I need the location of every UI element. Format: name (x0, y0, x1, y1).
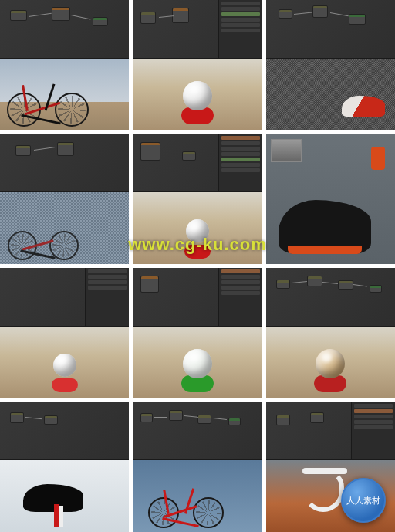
node-editor (266, 402, 395, 461)
viewport-bike-desert (0, 59, 129, 130)
node-editor (133, 0, 262, 59)
badge-label: 人人素材 (346, 496, 380, 505)
viewport-shaderball (133, 192, 262, 264)
shader-ball (183, 81, 212, 110)
thumb-r3c1[interactable] (0, 268, 129, 398)
properties-panel (218, 0, 262, 58)
badge-logo: 人人素材 (341, 478, 386, 523)
shader-ball (316, 349, 345, 378)
node-editor (0, 0, 129, 59)
properties-panel (85, 268, 129, 326)
shader-ball (186, 219, 209, 242)
thumb-r3c2[interactable] (133, 268, 262, 398)
properties-panel (218, 134, 262, 192)
shader-stand (52, 378, 78, 392)
thumb-r1c1[interactable] (0, 0, 129, 130)
viewport-noise-saddle (266, 59, 395, 130)
saddle (279, 200, 371, 254)
render-saddle-closeup (266, 134, 395, 265)
viewport-shaderball (0, 327, 129, 398)
properties-panel (351, 402, 395, 460)
node-editor (133, 268, 262, 327)
thumb-r2c3[interactable] (266, 134, 395, 265)
viewport-bike-full (133, 460, 262, 532)
node-editor (266, 0, 395, 59)
viewport-saddle (0, 460, 129, 532)
shader-stand (184, 245, 211, 259)
node-editor (0, 134, 129, 193)
thumb-r1c2[interactable] (133, 0, 262, 130)
saddle (23, 484, 83, 512)
node-editor (133, 134, 262, 193)
shader-ball (53, 354, 76, 377)
viewport-shaderball (133, 59, 262, 130)
inset-reference (271, 139, 302, 162)
node-editor (133, 402, 262, 461)
thumb-r1c3[interactable] (266, 0, 395, 130)
thumb-r3c3[interactable] (266, 268, 395, 398)
handlebar (302, 470, 344, 512)
thumb-r4c1[interactable] (0, 402, 129, 533)
shader-ball (183, 349, 212, 378)
thumb-r4c2[interactable] (133, 402, 262, 533)
viewport-shaderball (133, 327, 262, 398)
thumb-r2c2[interactable] (133, 134, 262, 265)
viewport-pixelated (0, 192, 129, 264)
node-editor (266, 268, 395, 327)
viewport-shaderball (266, 327, 395, 398)
properties-panel (218, 268, 262, 326)
node-editor (0, 268, 129, 327)
thumb-r2c1[interactable] (0, 134, 129, 265)
node-editor (0, 402, 129, 461)
thumbnail-grid (0, 0, 395, 532)
